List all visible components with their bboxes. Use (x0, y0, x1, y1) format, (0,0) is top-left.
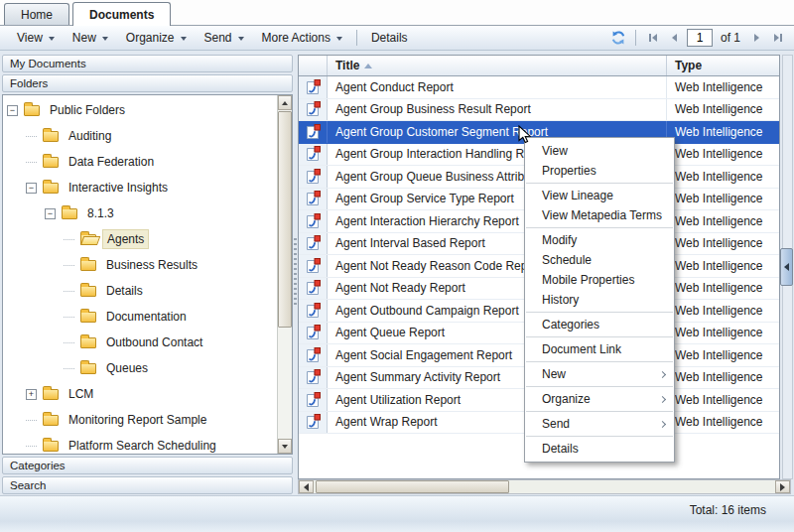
first-page-icon[interactable] (645, 30, 662, 47)
tree-item-auditing[interactable]: Auditing (3, 123, 277, 149)
next-page-icon[interactable] (748, 30, 765, 47)
column-header-title[interactable]: Title (328, 56, 667, 75)
menu-item-details[interactable]: Details (525, 439, 674, 459)
folder-icon (80, 286, 96, 297)
tree-item-data-federation[interactable]: Data Federation (3, 149, 277, 175)
tree-item-8-1-3[interactable]: −8.1.3 (3, 200, 277, 226)
document-icon-cell (299, 233, 328, 255)
menu-item-properties[interactable]: Properties (525, 161, 674, 181)
tree-item-outbound-contact[interactable]: Outbound Contact (3, 330, 277, 355)
folder-icon (43, 183, 59, 194)
previous-page-icon[interactable] (666, 30, 683, 47)
menu-item-label: History (542, 293, 579, 307)
toolbar-menu-send[interactable]: Send (196, 28, 253, 48)
document-type: Web Intelligence (667, 412, 779, 434)
toolbar-menu-organize[interactable]: Organize (117, 28, 196, 48)
menu-item-view[interactable]: View (525, 141, 674, 161)
expander-minus-icon[interactable]: − (7, 105, 18, 116)
tree-item-interactive-insights[interactable]: −Interactive Insights (3, 175, 277, 200)
menu-separator (526, 227, 673, 228)
menu-item-view-metapedia-terms[interactable]: View Metapedia Terms (525, 205, 674, 225)
menu-item-send[interactable]: Send (525, 414, 674, 434)
toolbar-menu-view[interactable]: View (8, 28, 64, 48)
tab-documents[interactable]: Documents (72, 2, 171, 26)
document-icon-cell (299, 189, 328, 210)
document-type: Web Intelligence (667, 323, 779, 344)
menu-item-label: Modify (542, 233, 577, 247)
details-button[interactable]: Details (362, 28, 417, 48)
menu-item-label: View Lineage (542, 189, 613, 202)
menu-item-label: Mobile Properties (542, 273, 634, 287)
document-type: Web Intelligence (667, 144, 779, 166)
document-type: Web Intelligence (667, 367, 779, 389)
refresh-icon[interactable] (610, 30, 626, 46)
sidebar-splitter-handle[interactable] (294, 238, 297, 308)
document-type: Web Intelligence (667, 389, 779, 411)
folder-icon (80, 312, 96, 323)
document-type: Web Intelligence (667, 300, 779, 322)
folder-icon (43, 441, 59, 452)
folder-icon (43, 157, 59, 168)
tree-item-agents[interactable]: Agents (3, 226, 277, 252)
expander-minus-icon[interactable]: − (26, 183, 37, 194)
document-type: Web Intelligence (667, 255, 779, 277)
menu-item-categories[interactable]: Categories (525, 315, 674, 334)
dropdown-arrow-icon (49, 37, 55, 41)
collapse-panel-icon[interactable] (780, 248, 793, 286)
scroll-left-icon[interactable] (299, 480, 314, 493)
toolbar-right-group: of 1 (610, 29, 786, 47)
tree-item-monitoring-report-sample[interactable]: Monitoring Report Sample (3, 407, 277, 433)
panel-label: My Documents (10, 58, 86, 69)
page-number-input[interactable] (687, 29, 713, 47)
toolbar-menu-more-actions[interactable]: More Actions (253, 28, 351, 48)
last-page-icon[interactable] (769, 30, 786, 47)
column-header-icon[interactable] (299, 56, 328, 75)
tree-scrollbar[interactable] (277, 95, 292, 454)
dropdown-arrow-icon (181, 37, 187, 41)
tree-item-platform-search-scheduling[interactable]: Platform Search Scheduling (3, 433, 277, 455)
menu-item-schedule[interactable]: Schedule (525, 250, 674, 270)
tree-item-documentation[interactable]: Documentation (3, 304, 277, 330)
tree-item-queues[interactable]: Queues (3, 355, 277, 381)
column-header-type[interactable]: Type (667, 56, 779, 75)
horizontal-scrollbar[interactable] (298, 479, 791, 494)
mouse-cursor (517, 125, 535, 147)
table-row[interactable]: Agent Conduct ReportWeb Intelligence (299, 76, 779, 99)
webi-document-icon (306, 347, 321, 363)
scroll-down-icon[interactable] (278, 439, 292, 454)
menu-item-modify[interactable]: Modify (525, 230, 674, 250)
tree-item-public-folders[interactable]: −Public Folders (3, 97, 277, 123)
expander-minus-icon[interactable]: − (45, 208, 56, 219)
table-row[interactable]: Agent Group Business Result ReportWeb In… (299, 99, 779, 122)
scroll-right-icon[interactable] (775, 480, 790, 493)
menu-item-mobile-properties[interactable]: Mobile Properties (525, 270, 674, 290)
details-button-label: Details (371, 31, 408, 45)
sidebar-panel-my-documents[interactable]: My Documents (2, 55, 293, 72)
menu-item-organize[interactable]: Organize (525, 389, 674, 409)
menu-item-document-link[interactable]: Document Link (525, 339, 674, 359)
tree-item-business-results[interactable]: Business Results (3, 252, 277, 278)
document-icon-cell (299, 166, 328, 188)
sidebar-panel-folders[interactable]: Folders (2, 74, 293, 92)
tree-item-details[interactable]: Details (3, 278, 277, 304)
menu-item-new[interactable]: New (525, 364, 674, 384)
table-header: Title Type (299, 56, 779, 76)
tree-connector (64, 265, 74, 266)
submenu-arrow-icon (659, 370, 666, 377)
sidebar-panel-search[interactable]: Search (2, 476, 293, 494)
document-icon-cell (299, 344, 328, 366)
scroll-up-icon[interactable] (278, 95, 292, 110)
tab-home[interactable]: Home (4, 3, 69, 25)
tree-item-lcm[interactable]: +LCM (3, 381, 277, 407)
tree-scrollbar-thumb[interactable] (278, 111, 292, 328)
horizontal-scrollbar-thumb[interactable] (316, 480, 509, 493)
horizontal-scrollbar-track[interactable] (314, 480, 775, 493)
menu-item-history[interactable]: History (525, 290, 674, 310)
tree-connector (64, 239, 74, 240)
toolbar-menu-new[interactable]: New (64, 28, 117, 48)
tree-item-label: Data Federation (65, 153, 158, 171)
expander-plus-icon[interactable]: + (26, 389, 37, 400)
sidebar-panel-categories[interactable]: Categories (2, 457, 293, 474)
menu-item-view-lineage[interactable]: View Lineage (525, 186, 674, 205)
tree-connector (26, 136, 37, 137)
